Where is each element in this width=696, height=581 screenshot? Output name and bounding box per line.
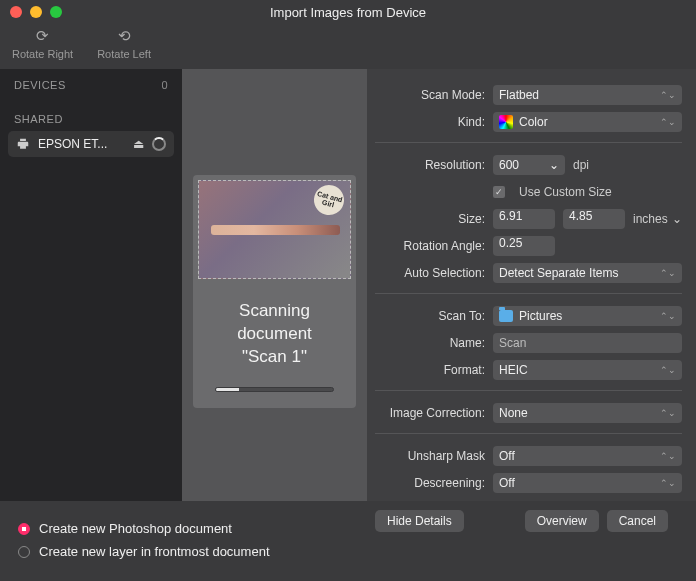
preview-badge: Cat and Girl (311, 182, 348, 219)
auto-selection-label: Auto Selection: (375, 266, 485, 280)
kind-label: Kind: (375, 115, 485, 129)
rotation-label: Rotation Angle: (375, 239, 485, 253)
kind-select[interactable]: Color ⌃⌄ (493, 112, 682, 132)
size-label: Size: (375, 212, 485, 226)
overview-button[interactable]: Overview (525, 510, 599, 532)
auto-selection-select[interactable]: Detect Separate Items ⌃⌄ (493, 263, 682, 283)
descreening-value: Off (499, 476, 515, 490)
chevron-down-icon: ⌃⌄ (660, 366, 676, 375)
separator (375, 142, 682, 143)
size-width-input[interactable]: 6.91 (493, 209, 555, 229)
format-value: HEIC (499, 363, 528, 377)
rotate-right-button[interactable]: ⟳ Rotate Right (12, 26, 73, 60)
color-swatch-icon (499, 115, 513, 129)
window-controls (10, 0, 62, 24)
cancel-button[interactable]: Cancel (607, 510, 668, 532)
rotate-left-button[interactable]: ⟲ Rotate Left (97, 26, 151, 60)
radio-on-icon (18, 523, 30, 535)
size-unit: inches (633, 212, 668, 226)
descreening-select[interactable]: Off ⌃⌄ (493, 473, 682, 493)
chevron-down-icon: ⌃⌄ (660, 312, 676, 321)
radio-label-2: Create new layer in frontmost document (39, 544, 270, 559)
scan-to-select[interactable]: Pictures ⌃⌄ (493, 306, 682, 326)
kind-value: Color (519, 115, 548, 129)
size-units-select[interactable]: inches ⌄ (633, 212, 682, 226)
unsharp-mask-value: Off (499, 449, 515, 463)
close-icon[interactable] (10, 6, 22, 18)
preview-column: Cat and Girl Scanning document "Scan 1" (182, 69, 367, 501)
chevron-down-icon: ⌃⌄ (660, 118, 676, 127)
use-custom-size-checkbox[interactable]: ✓ (493, 186, 505, 198)
rotate-right-icon: ⟳ (33, 26, 53, 46)
scan-status-line1: Scanning (201, 300, 348, 323)
window-title: Import Images from Device (270, 5, 426, 20)
resolution-unit: dpi (573, 158, 589, 172)
scan-status: Scanning document "Scan 1" (193, 284, 356, 387)
unsharp-mask-select[interactable]: Off ⌃⌄ (493, 446, 682, 466)
devices-label: DEVICES (14, 79, 66, 91)
radio-new-layer-frontmost[interactable]: Create new layer in frontmost document (18, 544, 678, 559)
rotate-right-label: Rotate Right (12, 48, 73, 60)
titlebar: Import Images from Device (0, 0, 696, 24)
unsharp-mask-label: Unsharp Mask (375, 449, 485, 463)
shared-header: SHARED (8, 109, 174, 127)
sidebar: DEVICES 0 SHARED EPSON ET... ⏏ (0, 69, 182, 501)
progress-fill (216, 388, 239, 391)
scan-status-line3: "Scan 1" (201, 346, 348, 369)
controls-pane: Scan Mode: Flatbed ⌃⌄ Kind: Color ⌃⌄ Res… (367, 69, 696, 501)
auto-selection-value: Detect Separate Items (499, 266, 618, 280)
preview-card: Cat and Girl Scanning document "Scan 1" (193, 175, 356, 408)
chevron-down-icon: ⌄ (549, 158, 559, 172)
chevron-down-icon: ⌃⌄ (660, 409, 676, 418)
progress-bar (215, 387, 334, 392)
chevron-down-icon: ⌃⌄ (660, 479, 676, 488)
rotate-left-icon: ⟲ (114, 26, 134, 46)
scan-mode-select[interactable]: Flatbed ⌃⌄ (493, 85, 682, 105)
printer-icon (16, 137, 30, 151)
shared-label: SHARED (14, 113, 63, 125)
scan-to-value: Pictures (519, 309, 562, 323)
size-height-input[interactable]: 4.85 (563, 209, 625, 229)
chevron-down-icon: ⌃⌄ (660, 269, 676, 278)
folder-icon (499, 310, 513, 322)
separator (375, 390, 682, 391)
scan-preview-image[interactable]: Cat and Girl (198, 180, 351, 279)
use-custom-size-label: Use Custom Size (519, 185, 612, 199)
rotation-input[interactable]: 0.25 (493, 236, 555, 256)
resolution-select[interactable]: 600 ⌄ (493, 155, 565, 175)
radio-label-1: Create new Photoshop document (39, 521, 232, 536)
image-correction-select[interactable]: None ⌃⌄ (493, 403, 682, 423)
eject-icon[interactable]: ⏏ (133, 137, 144, 151)
devices-count: 0 (161, 79, 168, 91)
progress-wrap (193, 387, 356, 408)
rotate-left-label: Rotate Left (97, 48, 151, 60)
resolution-label: Resolution: (375, 158, 485, 172)
spinner-icon (152, 137, 166, 151)
scan-status-line2: document (201, 323, 348, 346)
hide-details-button[interactable]: Hide Details (375, 510, 464, 532)
separator (375, 433, 682, 434)
scan-mode-value: Flatbed (499, 88, 539, 102)
chevron-down-icon: ⌄ (672, 212, 682, 226)
toolbar: ⟳ Rotate Right ⟲ Rotate Left (0, 24, 696, 69)
spacer (472, 510, 517, 532)
name-label: Name: (375, 336, 485, 350)
scan-mode-label: Scan Mode: (375, 88, 485, 102)
format-label: Format: (375, 363, 485, 377)
chevron-down-icon: ⌃⌄ (660, 452, 676, 461)
device-name: EPSON ET... (38, 137, 125, 151)
minimize-icon[interactable] (30, 6, 42, 18)
image-correction-value: None (499, 406, 528, 420)
radio-off-icon (18, 546, 30, 558)
devices-header: DEVICES 0 (8, 75, 174, 93)
resolution-value: 600 (499, 158, 519, 172)
name-input[interactable]: Scan (493, 333, 682, 353)
zoom-icon[interactable] (50, 6, 62, 18)
chevron-down-icon: ⌃⌄ (660, 91, 676, 100)
button-row: Hide Details Overview Cancel (375, 500, 682, 532)
separator (375, 293, 682, 294)
sidebar-item-device[interactable]: EPSON ET... ⏏ (8, 131, 174, 157)
format-select[interactable]: HEIC ⌃⌄ (493, 360, 682, 380)
scan-to-label: Scan To: (375, 309, 485, 323)
main-area: DEVICES 0 SHARED EPSON ET... ⏏ Cat and G… (0, 69, 696, 501)
